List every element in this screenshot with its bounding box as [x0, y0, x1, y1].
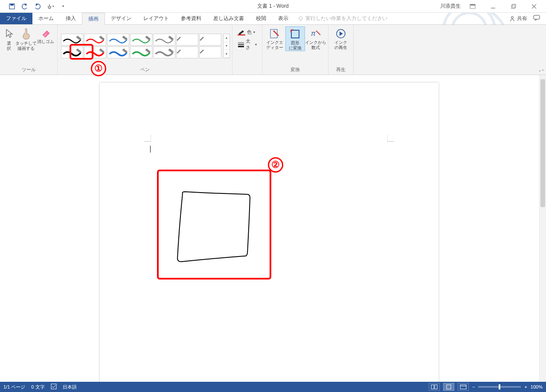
- share-button[interactable]: 共有: [509, 15, 527, 22]
- pen-swatch[interactable]: [199, 34, 221, 46]
- redo-icon[interactable]: [33, 2, 42, 11]
- tab-draw[interactable]: 描画: [82, 13, 105, 25]
- share-icon: [509, 16, 515, 22]
- svg-rect-3: [10, 4, 14, 6]
- user-name[interactable]: 川添貴生: [440, 3, 461, 10]
- qat-customize-icon[interactable]: ▾: [59, 2, 67, 11]
- ink-replay-button[interactable]: インク の再生: [331, 26, 351, 50]
- eraser-icon: [40, 28, 51, 38]
- ink-editor-button[interactable]: インクエ ディター: [265, 26, 285, 50]
- annotation-box-1: [70, 44, 93, 60]
- tab-mailings[interactable]: 差し込み文書: [207, 13, 250, 24]
- group-label-pens: ペン: [140, 66, 150, 74]
- ink-math-icon: π: [310, 28, 321, 39]
- pen-swatch[interactable]: [130, 34, 152, 46]
- text-cursor: [150, 146, 151, 153]
- pen-swatch[interactable]: [199, 46, 221, 58]
- chevron-up-icon: ▴: [224, 34, 229, 42]
- ribbon-display-icon[interactable]: [464, 1, 481, 12]
- tab-file[interactable]: ファイル: [0, 13, 32, 24]
- svg-point-13: [511, 16, 514, 18]
- tab-view[interactable]: 表示: [272, 13, 294, 24]
- svg-rect-15: [238, 35, 245, 35]
- ink-editor-icon: [269, 28, 280, 39]
- ink-to-shape-button[interactable]: 図形 に変換: [285, 26, 305, 51]
- annotation-box-2: [157, 170, 271, 280]
- svg-rect-27: [460, 385, 466, 389]
- svg-rect-25: [435, 385, 437, 389]
- titlebar: ▾ ▾ 文書 1 - Word 川添貴生: [0, 0, 546, 13]
- select-button[interactable]: 選 択: [3, 26, 15, 51]
- tab-insert[interactable]: 挿入: [60, 13, 82, 24]
- svg-rect-26: [447, 385, 451, 389]
- tell-me[interactable]: 実行したい作業を入力してください: [294, 13, 387, 24]
- svg-rect-7: [511, 5, 515, 9]
- view-print-icon[interactable]: [443, 383, 454, 391]
- annotation-number-2: ②: [268, 157, 283, 173]
- ribbon-tabs: ファイル ホーム 挿入 描画 デザイン レイアウト 参考資料 差し込み文書 校閲…: [0, 13, 546, 25]
- tab-references[interactable]: 参考資料: [175, 13, 207, 24]
- status-language[interactable]: 日本語: [63, 384, 77, 390]
- window-title: 文書 1 - Word: [257, 3, 288, 10]
- zoom-level[interactable]: 100%: [531, 384, 543, 389]
- expand-icon: ▾: [224, 50, 229, 58]
- tell-me-placeholder: 実行したい作業を入力してください: [305, 15, 387, 22]
- zoom-out-icon[interactable]: −: [472, 384, 475, 389]
- group-replay: インク の再生 再生: [328, 25, 354, 75]
- ink-to-math-button[interactable]: π インクから 数式: [306, 26, 325, 50]
- group-convert: インクエ ディター 図形 に変換 π インクから 数式 変換: [262, 25, 328, 75]
- comments-icon[interactable]: [533, 15, 540, 22]
- margin-mark-tr: [387, 135, 398, 145]
- statusbar: 1/1 ページ 0 文字 日本語 − + 100%: [0, 382, 546, 392]
- restore-icon[interactable]: [505, 1, 522, 12]
- cursor-icon: [5, 28, 13, 40]
- scrollbar-thumb[interactable]: [540, 79, 545, 207]
- pen-swatch[interactable]: [176, 34, 198, 46]
- pen-swatch[interactable]: [153, 34, 175, 46]
- minimize-icon[interactable]: [485, 1, 502, 12]
- status-page[interactable]: 1/1 ページ: [3, 384, 25, 390]
- svg-rect-23: [51, 384, 56, 389]
- touch-draw-button[interactable]: タッチして 描画する: [16, 26, 36, 51]
- finger-icon: [21, 28, 31, 40]
- thickness-icon: [238, 41, 244, 47]
- close-icon[interactable]: [526, 1, 543, 12]
- ink-shape-icon: [290, 29, 301, 40]
- color-dropdown[interactable]: 色▾: [238, 29, 257, 35]
- tab-design[interactable]: デザイン: [105, 13, 137, 24]
- status-words[interactable]: 0 文字: [31, 384, 44, 390]
- pen-gallery-more[interactable]: ▴ ▾ ▾: [223, 34, 230, 58]
- margin-mark-tl: [141, 135, 151, 145]
- thickness-dropdown[interactable]: 太さ▾: [238, 38, 257, 51]
- view-read-icon[interactable]: [429, 383, 440, 391]
- zoom-in-icon[interactable]: +: [524, 384, 527, 389]
- annotation-number-1: ①: [91, 61, 106, 76]
- pen-swatch[interactable]: [176, 46, 198, 58]
- group-label-replay: 再生: [336, 66, 346, 74]
- chevron-up-icon[interactable]: ˄: [540, 69, 546, 75]
- vertical-scrollbar[interactable]: ˄: [539, 75, 546, 382]
- tab-review[interactable]: 校閲: [250, 13, 272, 24]
- zoom-slider[interactable]: [478, 386, 521, 388]
- touch-mode-icon[interactable]: ▾: [46, 2, 55, 11]
- tab-layout[interactable]: レイアウト: [137, 13, 175, 24]
- svg-text:π: π: [311, 30, 316, 37]
- group-pen-attributes: 色▾ 太さ▾: [232, 25, 262, 75]
- undo-icon[interactable]: [20, 2, 29, 11]
- save-icon[interactable]: [8, 2, 16, 11]
- pen-swatch[interactable]: [130, 46, 152, 58]
- eraser-button[interactable]: 消しゴム: [37, 26, 55, 44]
- document-area[interactable]: [0, 75, 546, 382]
- pen-swatch[interactable]: [153, 46, 175, 58]
- svg-rect-14: [534, 15, 540, 19]
- status-proofing-icon[interactable]: [51, 383, 57, 390]
- svg-point-11: [299, 17, 302, 20]
- tab-home[interactable]: ホーム: [32, 13, 60, 24]
- lightbulb-icon: [298, 16, 304, 22]
- pen-swatch[interactable]: [107, 46, 129, 58]
- quick-access-toolbar: ▾ ▾: [0, 2, 67, 11]
- group-label-tools: ツール: [22, 66, 36, 74]
- view-web-icon[interactable]: [458, 383, 469, 391]
- pen-swatch[interactable]: [107, 34, 129, 46]
- chevron-down-icon: ▾: [224, 42, 229, 50]
